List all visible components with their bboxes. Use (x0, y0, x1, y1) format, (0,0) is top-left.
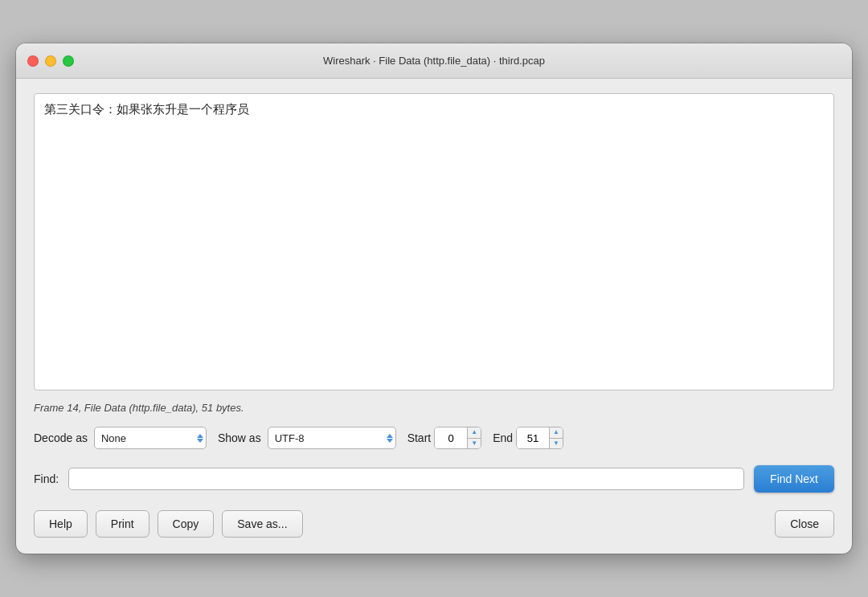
start-spin-up-button[interactable]: ▲ (468, 427, 481, 439)
start-spin-buttons: ▲ ▼ (467, 427, 481, 448)
bottom-buttons-row: Help Print Copy Save as... Close (34, 510, 834, 538)
window-title: Wireshark · File Data (http.file_data) ·… (323, 55, 545, 67)
show-as-label: Show as (218, 431, 261, 444)
save-as-button[interactable]: Save as... (222, 510, 302, 538)
end-group: End ▲ ▼ (493, 427, 563, 449)
show-as-select[interactable]: ASCII EBCDIC Hex Dump C Array Raw UTF-8 … (268, 427, 396, 449)
end-spin-up-button[interactable]: ▲ (550, 427, 563, 439)
show-as-group: Show as ASCII EBCDIC Hex Dump C Array Ra… (218, 427, 396, 449)
start-group: Start ▲ ▼ (407, 427, 482, 449)
find-row: Find: Find Next (34, 465, 834, 493)
titlebar: Wireshark · File Data (http.file_data) ·… (16, 43, 852, 79)
start-label: Start (407, 431, 432, 444)
main-window: Wireshark · File Data (http.file_data) ·… (16, 43, 852, 554)
minimize-window-button[interactable] (45, 55, 56, 67)
find-next-button[interactable]: Find Next (754, 465, 834, 493)
traffic-lights (27, 55, 74, 67)
controls-row: Decode as None Base64 Compressed Hex Dig… (34, 427, 834, 449)
decode-as-label: Decode as (34, 431, 88, 444)
find-label: Find: (34, 472, 59, 485)
close-button[interactable]: Close (775, 510, 834, 538)
frame-info-label: Frame 14, File Data (http.file_data), 51… (34, 402, 834, 414)
find-input[interactable] (68, 468, 744, 490)
file-data-text: 第三关口令：如果张东升是一个程序员 (44, 102, 249, 116)
end-spin-buttons: ▲ ▼ (549, 427, 563, 448)
end-spin-down-button[interactable]: ▼ (550, 439, 563, 449)
copy-button[interactable]: Copy (158, 510, 215, 538)
end-input[interactable] (517, 427, 549, 448)
show-as-select-wrapper: ASCII EBCDIC Hex Dump C Array Raw UTF-8 … (268, 427, 396, 449)
maximize-window-button[interactable] (63, 55, 74, 67)
close-window-button[interactable] (27, 55, 39, 67)
decode-as-group: Decode as None Base64 Compressed Hex Dig… (34, 427, 207, 449)
decode-as-select[interactable]: None Base64 Compressed Hex Digits Quoted… (94, 427, 207, 449)
help-button[interactable]: Help (34, 510, 88, 538)
file-data-display[interactable]: 第三关口令：如果张东升是一个程序员 (34, 93, 834, 391)
start-spinbox: ▲ ▼ (434, 427, 481, 449)
end-label: End (493, 431, 513, 444)
start-input[interactable] (435, 427, 467, 448)
end-spinbox: ▲ ▼ (516, 427, 563, 449)
decode-as-select-wrapper: None Base64 Compressed Hex Digits Quoted… (94, 427, 207, 449)
window-content: 第三关口令：如果张东升是一个程序员 Frame 14, File Data (h… (16, 79, 852, 554)
print-button[interactable]: Print (96, 510, 149, 538)
start-spin-down-button[interactable]: ▼ (468, 439, 481, 449)
